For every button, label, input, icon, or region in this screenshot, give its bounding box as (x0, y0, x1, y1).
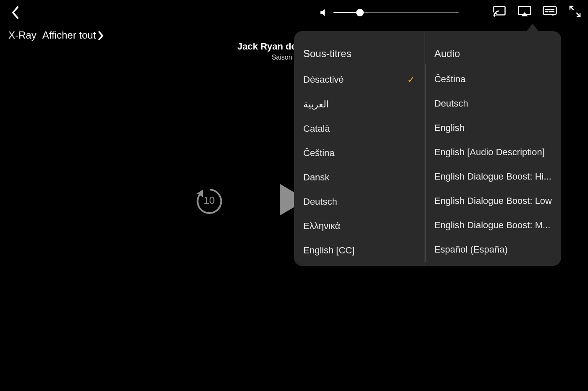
subtitle-option-label: Català (303, 123, 330, 134)
audio-option[interactable]: English [Audio Description] (425, 140, 561, 164)
audio-option[interactable]: English Dialogue Boost: M... (425, 213, 561, 237)
audio-option[interactable]: Español (España) (425, 237, 561, 262)
audio-option-label: English Dialogue Boost: Hi... (434, 171, 551, 182)
volume-control (319, 8, 459, 18)
volume-icon[interactable] (319, 8, 329, 18)
back-button[interactable] (3, 1, 27, 24)
audio-option[interactable]: English Dialogue Boost: Low (425, 189, 561, 213)
subtitle-option[interactable]: Deutsch (294, 190, 425, 214)
top-bar (0, 0, 588, 25)
menu-caret (527, 23, 538, 31)
audio-option-label: Español (España) (434, 244, 508, 255)
audio-option[interactable]: Čeština (425, 67, 561, 91)
xray-show-all-button[interactable]: Afficher tout (42, 29, 104, 41)
cast-icon (493, 6, 506, 17)
audio-option[interactable]: Deutsch (425, 91, 561, 116)
subtitle-option[interactable]: English [CC] (294, 238, 425, 263)
fullscreen-button[interactable] (568, 4, 582, 18)
xray-row: X-Ray Afficher tout (8, 29, 104, 41)
subtitle-option[interactable]: Dansk (294, 165, 425, 190)
volume-thumb[interactable] (356, 9, 364, 16)
show-all-label: Afficher tout (42, 29, 96, 41)
subtitle-option-label: Désactivé (303, 74, 344, 85)
subtitle-option-label: English [CC] (303, 245, 354, 256)
subtitles-column: Sous-titres Désactivé✓العربيةCatalàČešti… (294, 31, 425, 266)
audio-option[interactable]: English Dialogue Boost: Hi... (425, 164, 561, 189)
subtitle-option[interactable]: العربية (294, 92, 425, 117)
fullscreen-icon (569, 5, 581, 17)
audio-option-label: English (434, 123, 465, 133)
subtitles-audio-menu: Sous-titres Désactivé✓العربيةCatalàČešti… (294, 31, 561, 266)
subtitle-option-label: Čeština (303, 148, 335, 159)
audio-option-label: Deutsch (434, 98, 468, 109)
audio-header: Audio (425, 41, 561, 67)
subtitles-icon (543, 6, 557, 17)
subtitles-button[interactable] (543, 4, 557, 18)
chevron-right-icon (98, 31, 104, 40)
subtitle-options-list: Désactivé✓العربيةCatalàČeštinaDanskDeuts… (294, 67, 425, 263)
subtitle-option-label: Ελληνικά (303, 221, 340, 232)
audio-option[interactable]: English (425, 116, 561, 140)
volume-slider[interactable] (333, 8, 459, 18)
svg-marker-9 (552, 14, 554, 16)
subtitle-option[interactable]: Čeština (294, 141, 425, 165)
subtitle-option-label: Dansk (303, 172, 329, 183)
airplay-icon (518, 6, 531, 17)
audio-column: Audio ČeštinaDeutschEnglishEnglish [Audi… (425, 31, 561, 266)
audio-options-list: ČeštinaDeutschEnglishEnglish [Audio Desc… (425, 67, 561, 262)
audio-option-label: English Dialogue Boost: M... (434, 220, 550, 231)
audio-option-label: English [Audio Description] (434, 147, 545, 158)
svg-rect-4 (543, 7, 556, 15)
check-icon: ✓ (407, 74, 415, 86)
svg-point-1 (494, 15, 495, 16)
video-player: X-Ray Afficher tout Jack Ryan de Tom Cla… (0, 0, 588, 391)
cast-button[interactable] (492, 4, 507, 18)
rewind-seconds-label: 10 (193, 185, 225, 216)
subtitles-header: Sous-titres (294, 41, 425, 67)
subtitle-option[interactable]: Ελληνικά (294, 214, 425, 238)
audio-option-label: English Dialogue Boost: Low (434, 196, 552, 206)
subtitle-option[interactable]: Català (294, 117, 425, 141)
subtitle-option-label: العربية (303, 99, 329, 110)
xray-label: X-Ray (8, 29, 37, 41)
subtitle-option-label: Deutsch (303, 196, 337, 207)
airplay-button[interactable] (517, 4, 532, 18)
subtitle-option[interactable]: Désactivé✓ (294, 67, 425, 92)
chevron-left-icon (11, 6, 19, 19)
rewind-10-button[interactable]: 10 (193, 185, 225, 216)
top-right-icons (492, 4, 582, 18)
audio-option-label: Čeština (434, 74, 466, 85)
